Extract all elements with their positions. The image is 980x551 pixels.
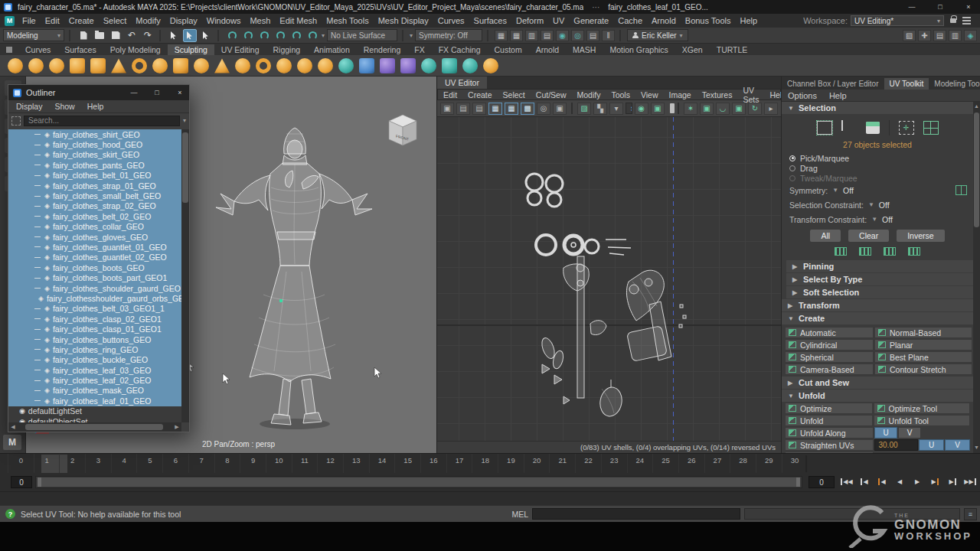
mel-input[interactable] bbox=[532, 508, 740, 520]
frame-label[interactable]: 27 bbox=[704, 454, 730, 474]
outliner-item[interactable]: ◈ fairy_clothes_shirt_GEO bbox=[8, 129, 181, 139]
symmetry-field[interactable]: Symmetry: Off bbox=[415, 29, 482, 41]
projection-button[interactable]: Planar bbox=[874, 339, 972, 350]
outliner-item[interactable]: ◈ fairy_clothes_leaf_02_GEO bbox=[8, 375, 181, 385]
shelf-tab[interactable]: Rigging bbox=[266, 44, 307, 55]
sidebar-tool-settings-toggle[interactable]: ▥ bbox=[949, 30, 962, 41]
snap-curve-button[interactable] bbox=[241, 29, 255, 42]
step-back-frame-button[interactable]: ◀ bbox=[857, 474, 872, 489]
shelf-tool-icon[interactable] bbox=[8, 58, 23, 73]
outliner-item[interactable]: ◈ fairy_clothes_skirt_GEO bbox=[8, 150, 181, 160]
uv-editor-tab[interactable]: UV Editor bbox=[437, 77, 487, 89]
snap-grid-button[interactable] bbox=[225, 29, 239, 42]
uv-toolbar-icon[interactable]: ▸ bbox=[764, 103, 778, 115]
outliner-item[interactable]: ◈ fairy_clothes_clasp_01_GEO1 bbox=[8, 324, 181, 334]
shelf-tool-icon[interactable] bbox=[338, 58, 354, 73]
menu-item[interactable]: Generate bbox=[569, 16, 613, 25]
uv-toolbar-icon[interactable]: ▣ bbox=[700, 103, 714, 115]
menu-item[interactable]: File bbox=[18, 16, 41, 25]
shelf-tool-icon[interactable] bbox=[132, 58, 147, 73]
shelf-tool-icon[interactable] bbox=[235, 58, 250, 73]
right-panel-tab[interactable]: UV Toolkit bbox=[884, 78, 929, 90]
play-forwards-button[interactable]: ▶ bbox=[910, 474, 925, 489]
launch-app-button[interactable]: ▤ bbox=[586, 30, 599, 41]
outliner-item[interactable]: ◈ fairy_clothes_clasp_02_GEO1 bbox=[8, 314, 181, 324]
frame-label[interactable]: 12 bbox=[317, 454, 343, 474]
step-forward-frame-button[interactable]: ▶ bbox=[945, 474, 960, 489]
shelf-tool-icon[interactable] bbox=[483, 58, 498, 73]
hypershade-button[interactable]: ◉ bbox=[556, 30, 569, 41]
straighten-v-button[interactable]: V bbox=[945, 439, 970, 451]
shelf-tab[interactable]: Rendering bbox=[357, 44, 407, 55]
scrollbar-handle[interactable] bbox=[182, 132, 188, 203]
uv-toolbar-icon[interactable]: ▦ bbox=[488, 103, 502, 115]
select-tool-button[interactable] bbox=[167, 29, 181, 42]
outliner-item[interactable]: ◈ fairy_clothes_guantlet_01_GEO bbox=[8, 242, 181, 252]
outliner-item[interactable]: ◈ fairy_clothes_strap_01_GEO bbox=[8, 181, 181, 191]
scroll-right-arrow[interactable]: ▶ bbox=[172, 424, 181, 430]
frame-label[interactable]: 22 bbox=[575, 454, 601, 474]
selection-action-button[interactable]: Clear bbox=[848, 230, 889, 242]
frame-label[interactable]: 15 bbox=[394, 454, 420, 474]
outliner-vertical-scrollbar[interactable] bbox=[181, 129, 189, 422]
symmetry-dropdown-row[interactable]: Symmetry: ▼ Off bbox=[782, 183, 973, 197]
outliner-item[interactable]: ◈ fairy_clothes_mask_GEO bbox=[8, 386, 181, 396]
current-frame-field[interactable]: 0 bbox=[808, 476, 835, 488]
outliner-item[interactable]: ◈ fairy_clothes_boots_part_GEO1 bbox=[8, 272, 181, 282]
frame-label[interactable]: 8 bbox=[214, 454, 240, 474]
radio-option[interactable]: Drag bbox=[782, 163, 973, 173]
frame-label[interactable]: 4 bbox=[111, 454, 137, 474]
separator[interactable] bbox=[619, 30, 622, 41]
outliner-item[interactable]: ◈ fairy_clothes_shoulder_gaurd_GEO bbox=[8, 283, 181, 293]
shrink-selection-icon[interactable] bbox=[835, 247, 847, 256]
new-scene-button[interactable] bbox=[77, 29, 90, 42]
straighten-u-button[interactable]: U bbox=[919, 439, 944, 451]
frame-label[interactable]: 1 bbox=[34, 454, 60, 474]
select-border-icon[interactable] bbox=[884, 247, 896, 256]
optimize-button[interactable]: Optimize bbox=[785, 403, 873, 414]
section-header[interactable]: ▶ Select By Type bbox=[786, 273, 973, 285]
shelf-tool-icon[interactable] bbox=[90, 58, 106, 73]
undo-button[interactable]: ↶ bbox=[125, 29, 139, 42]
outliner-maximize-button[interactable]: □ bbox=[148, 85, 166, 100]
chevron-down-icon[interactable]: ▾ bbox=[322, 32, 325, 39]
range-slider[interactable] bbox=[35, 476, 802, 488]
menu-item[interactable]: UV bbox=[548, 16, 569, 25]
shelf-tool-icon[interactable] bbox=[28, 58, 44, 73]
shelf-tab[interactable]: Sculpting bbox=[168, 44, 214, 55]
shelf-tab[interactable]: TURTLE bbox=[710, 44, 755, 55]
shelf-tool-icon[interactable] bbox=[70, 58, 85, 73]
shelf-tool-icon[interactable] bbox=[214, 58, 230, 73]
grid-select-mode-icon[interactable] bbox=[923, 121, 939, 135]
outliner-close-button[interactable]: × bbox=[171, 85, 189, 100]
uv-editor-menu-item[interactable]: Select bbox=[498, 90, 531, 99]
uv-canvas[interactable] bbox=[437, 117, 782, 441]
outliner-search-input[interactable]: Search... bbox=[24, 116, 180, 126]
frame-label[interactable]: 3 bbox=[85, 454, 111, 474]
step-back-key-button[interactable]: ◀ bbox=[874, 474, 890, 489]
frame-label[interactable]: 2 bbox=[59, 454, 85, 474]
projection-button[interactable]: Best Plane bbox=[874, 351, 972, 363]
outliner-item[interactable]: ◈ fairy_clothes_belt_02_GEO bbox=[8, 211, 181, 221]
edge-select-mode-icon[interactable] bbox=[841, 120, 843, 131]
render-settings-button[interactable]: ▤ bbox=[541, 30, 554, 41]
shelf-tool-icon[interactable] bbox=[111, 58, 126, 73]
uv-toolbar-icon[interactable]: ↻ bbox=[748, 103, 762, 115]
toolkit-menu-item[interactable]: Options bbox=[788, 91, 817, 100]
shelf-tool-icon[interactable] bbox=[421, 58, 436, 73]
uv-editor-menu-item[interactable]: Cut/Sew bbox=[531, 90, 572, 99]
range-start-field[interactable]: 0 bbox=[11, 476, 32, 488]
snap-view-button[interactable] bbox=[289, 29, 303, 42]
scrollbar-handle[interactable] bbox=[974, 112, 979, 227]
shelf-menu-icon[interactable] bbox=[6, 47, 12, 53]
outliner-item[interactable]: ◈ fairy_clothes_leaf_01_GEO bbox=[8, 396, 181, 406]
projection-button[interactable]: Contour Stretch bbox=[874, 364, 972, 375]
uv-editor-menu-item[interactable]: Create bbox=[462, 90, 498, 99]
menu-item[interactable]: Curves bbox=[433, 16, 469, 25]
paint-select-tool-button[interactable] bbox=[199, 29, 213, 42]
shelf-tab[interactable]: FX Caching bbox=[432, 44, 488, 55]
section-header-transform[interactable]: ▶ Transform bbox=[782, 299, 973, 311]
uv-editor-menu-item[interactable]: Modify bbox=[571, 90, 606, 99]
scroll-left-arrow[interactable]: ◀ bbox=[8, 424, 18, 430]
shelf-tool-icon[interactable] bbox=[400, 58, 416, 73]
